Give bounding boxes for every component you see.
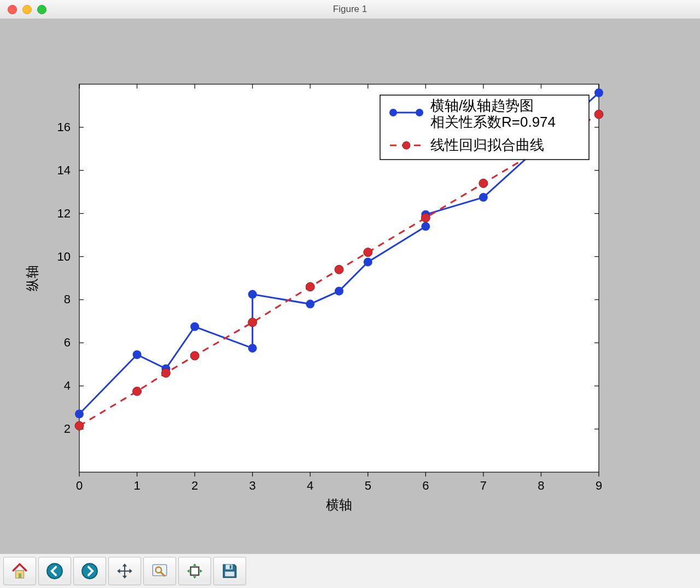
trend-point <box>190 322 199 331</box>
trend-point <box>248 344 257 352</box>
save-icon <box>220 562 239 580</box>
svg-rect-74 <box>226 565 233 569</box>
regression-point <box>421 214 430 222</box>
svg-text:1: 1 <box>133 479 140 492</box>
regression-point <box>364 248 372 257</box>
svg-text:6: 6 <box>64 336 71 349</box>
svg-text:2: 2 <box>191 479 198 492</box>
trend-point <box>133 350 142 359</box>
svg-text:3: 3 <box>249 479 256 492</box>
svg-rect-70 <box>153 565 167 575</box>
svg-text:线性回归拟合曲线: 线性回归拟合曲线 <box>430 137 544 153</box>
svg-text:12: 12 <box>57 207 71 220</box>
svg-text:14: 14 <box>57 163 71 177</box>
svg-rect-67 <box>19 573 21 578</box>
svg-text:9: 9 <box>596 479 602 492</box>
trend-point <box>306 299 314 308</box>
svg-text:8: 8 <box>64 292 71 306</box>
regression-point <box>594 110 603 119</box>
svg-rect-76 <box>225 572 235 577</box>
svg-text:5: 5 <box>365 479 371 492</box>
pan-icon <box>115 562 134 580</box>
svg-text:2: 2 <box>64 422 71 436</box>
forward-button[interactable] <box>73 557 106 585</box>
arrow-left-icon <box>45 562 64 580</box>
regression-point <box>248 318 257 327</box>
trend-point <box>421 222 430 231</box>
svg-point-68 <box>47 563 62 579</box>
regression-point <box>479 179 488 187</box>
regression-point <box>190 351 199 360</box>
regression-point <box>335 265 343 274</box>
svg-text:10: 10 <box>57 250 71 263</box>
back-button[interactable] <box>38 557 71 585</box>
zoom-icon <box>150 562 169 580</box>
svg-point-64 <box>402 142 410 149</box>
svg-text:4: 4 <box>64 379 71 392</box>
svg-point-60 <box>416 109 423 116</box>
arrow-right-icon <box>80 562 99 580</box>
trend-point <box>75 410 84 419</box>
svg-text:纵轴: 纵轴 <box>25 265 39 291</box>
svg-point-59 <box>389 109 397 116</box>
trend-point <box>364 257 372 266</box>
trend-point <box>248 290 257 299</box>
svg-text:横轴/纵轴趋势图: 横轴/纵轴趋势图 <box>430 97 534 114</box>
trend-point <box>594 89 603 97</box>
svg-text:4: 4 <box>307 479 313 492</box>
home-icon <box>10 562 29 580</box>
regression-point <box>161 369 170 378</box>
trend-point <box>335 287 343 296</box>
window-titlebar: Figure 1 <box>0 0 700 19</box>
svg-text:横轴: 横轴 <box>326 497 352 512</box>
home-button[interactable] <box>3 557 36 585</box>
configure-subplots-button[interactable] <box>178 557 211 585</box>
save-button[interactable] <box>213 557 246 585</box>
zoom-button[interactable] <box>143 557 176 585</box>
svg-text:7: 7 <box>480 479 487 492</box>
svg-text:相关性系数R=0.974: 相关性系数R=0.974 <box>430 114 556 130</box>
subplot-icon <box>185 562 204 580</box>
window-title: Figure 1 <box>0 4 700 15</box>
svg-text:0: 0 <box>76 479 83 492</box>
regression-point <box>133 387 142 396</box>
figure-canvas: 0123456789246810121416横轴纵轴横轴/纵轴趋势图相关性系数R… <box>0 19 700 554</box>
regression-point <box>306 283 314 291</box>
svg-text:6: 6 <box>422 479 429 492</box>
nav-toolbar <box>0 554 700 588</box>
pan-button[interactable] <box>108 557 141 585</box>
regression-point <box>75 421 84 430</box>
svg-point-69 <box>82 563 97 579</box>
svg-text:8: 8 <box>538 479 544 492</box>
trend-point <box>479 193 488 202</box>
svg-rect-73 <box>191 567 199 575</box>
svg-text:16: 16 <box>57 120 71 134</box>
svg-rect-75 <box>230 565 231 568</box>
